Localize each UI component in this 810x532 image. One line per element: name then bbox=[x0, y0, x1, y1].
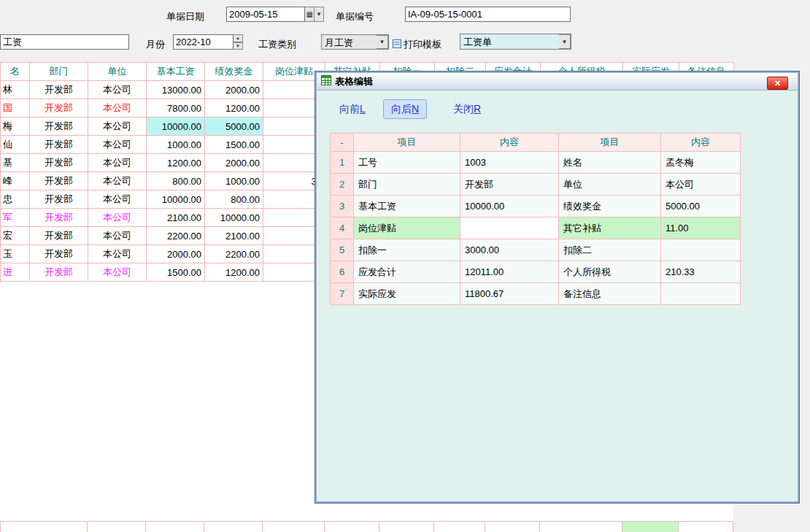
cell-dept[interactable]: 开发部 bbox=[30, 81, 88, 99]
cell-name[interactable]: 林 bbox=[1, 81, 30, 99]
cell-base-salary[interactable]: 10000.00 bbox=[147, 117, 205, 136]
cell-dept[interactable]: 开发部 bbox=[30, 209, 88, 227]
cell-bonus[interactable]: 800.00 bbox=[205, 190, 263, 209]
cell-name[interactable]: 峰 bbox=[1, 172, 30, 190]
summary-cell bbox=[204, 521, 263, 532]
salary-type-combo[interactable]: 月工资 ▼ bbox=[321, 34, 389, 50]
edit-cell-value[interactable] bbox=[661, 239, 741, 261]
salary-title-input[interactable] bbox=[0, 34, 129, 50]
cell-bonus[interactable]: 10000.00 bbox=[205, 209, 263, 227]
cell-unit[interactable]: 本公司 bbox=[88, 209, 147, 227]
doc-date-label: 单据日期 bbox=[166, 10, 204, 23]
print-template-dropdown-arrow-icon[interactable]: ▼ bbox=[559, 34, 571, 49]
cell-base-salary[interactable]: 1000.00 bbox=[147, 136, 205, 154]
cell-unit[interactable]: 本公司 bbox=[88, 227, 147, 245]
calendar-icon[interactable]: ▦ bbox=[305, 7, 315, 22]
spin-down-icon[interactable]: ▼ bbox=[234, 42, 243, 50]
edit-cell-value[interactable] bbox=[460, 217, 559, 239]
cell-name[interactable]: 仙 bbox=[1, 136, 30, 154]
cell-dept[interactable]: 开发部 bbox=[30, 227, 88, 245]
cell-unit[interactable]: 本公司 bbox=[88, 117, 147, 136]
edit-cell-value[interactable]: 1003 bbox=[460, 152, 559, 174]
edit-cell-item-label: 备注信息 bbox=[559, 283, 661, 305]
cell-bonus[interactable]: 1200.00 bbox=[205, 99, 263, 117]
doc-date-input[interactable] bbox=[226, 7, 305, 22]
edit-cell-value[interactable]: 孟冬梅 bbox=[661, 152, 741, 174]
summary-cell bbox=[263, 521, 325, 532]
spin-up-icon[interactable]: ▲ bbox=[234, 34, 243, 42]
cell-name[interactable]: 宏 bbox=[1, 227, 30, 245]
print-template-combo[interactable]: 工资单 ▼ bbox=[460, 34, 571, 50]
edit-cell-item-label: 部门 bbox=[354, 174, 460, 196]
cell-bonus[interactable]: 1500.00 bbox=[205, 136, 263, 154]
cell-unit[interactable]: 本公司 bbox=[88, 136, 147, 154]
cell-base-salary[interactable]: 2000.00 bbox=[147, 245, 205, 263]
summary-cell-highlighted bbox=[622, 521, 679, 532]
cell-name[interactable]: 忠 bbox=[1, 190, 30, 209]
edit-cell-value[interactable]: 开发部 bbox=[460, 174, 559, 196]
summary-cell bbox=[325, 521, 379, 532]
cell-dept[interactable]: 开发部 bbox=[30, 99, 88, 117]
close-button[interactable]: 关闭R bbox=[445, 99, 489, 119]
cell-dept[interactable]: 开发部 bbox=[30, 245, 88, 263]
edit-col-header-value-2: 内容 bbox=[661, 134, 741, 152]
edit-cell-value[interactable]: 210.33 bbox=[661, 261, 741, 283]
template-icon bbox=[393, 39, 401, 50]
salary-type-dropdown-arrow-icon[interactable]: ▼ bbox=[377, 35, 388, 49]
cell-bonus[interactable]: 2100.00 bbox=[205, 227, 263, 245]
cell-base-salary[interactable]: 13000.00 bbox=[147, 81, 205, 99]
edit-cell-value[interactable] bbox=[661, 283, 741, 305]
cell-bonus[interactable]: 1000.00 bbox=[205, 172, 263, 190]
cell-base-salary[interactable]: 10000.00 bbox=[147, 190, 205, 209]
cell-name[interactable]: 基 bbox=[1, 154, 30, 172]
backward-button[interactable]: 向后N bbox=[383, 99, 427, 119]
edit-cell-value[interactable]: 12011.00 bbox=[460, 261, 559, 283]
forward-button[interactable]: 向前L bbox=[331, 99, 374, 119]
cell-dept[interactable]: 开发部 bbox=[30, 154, 88, 172]
edit-cell-item-label: 扣除二 bbox=[559, 239, 661, 261]
doc-no-input[interactable] bbox=[405, 7, 571, 22]
cell-dept[interactable]: 开发部 bbox=[30, 172, 88, 190]
cell-unit[interactable]: 本公司 bbox=[88, 172, 147, 190]
cell-dept[interactable]: 开发部 bbox=[30, 263, 88, 282]
cell-base-salary[interactable]: 2200.00 bbox=[147, 227, 205, 245]
edit-grid-row: 4 岗位津贴 其它补贴 11.00 bbox=[331, 217, 741, 239]
edit-cell-value[interactable]: 11800.67 bbox=[460, 283, 559, 305]
cell-base-salary[interactable]: 1500.00 bbox=[147, 263, 205, 282]
dialog-titlebar[interactable]: 表格编辑 bbox=[317, 73, 798, 90]
edit-cell-value[interactable]: 3000.00 bbox=[460, 239, 559, 261]
cell-unit[interactable]: 本公司 bbox=[88, 81, 147, 99]
cell-base-salary[interactable]: 800.00 bbox=[147, 172, 205, 190]
cell-unit[interactable]: 本公司 bbox=[88, 190, 147, 209]
summary-cell bbox=[540, 521, 622, 532]
print-template-value: 工资单 bbox=[460, 34, 559, 49]
cell-bonus[interactable]: 2000.00 bbox=[205, 154, 263, 172]
edit-cell-value[interactable]: 10000.00 bbox=[460, 196, 559, 217]
cell-unit[interactable]: 本公司 bbox=[88, 245, 147, 263]
cell-name[interactable]: 国 bbox=[1, 99, 30, 117]
cell-unit[interactable]: 本公司 bbox=[88, 154, 147, 172]
cell-unit[interactable]: 本公司 bbox=[88, 99, 147, 117]
cell-name[interactable]: 玉 bbox=[1, 245, 30, 263]
forward-button-label: 向前 bbox=[339, 103, 360, 115]
cell-bonus[interactable]: 5000.00 bbox=[205, 117, 263, 136]
month-input[interactable] bbox=[173, 34, 234, 50]
dialog-close-button[interactable]: ✕ bbox=[767, 77, 788, 90]
cell-dept[interactable]: 开发部 bbox=[30, 190, 88, 209]
edit-cell-value[interactable]: 本公司 bbox=[661, 174, 741, 196]
doc-date-dropdown-arrow-icon[interactable]: ▼ bbox=[315, 7, 324, 22]
edit-cell-value[interactable]: 11.00 bbox=[661, 217, 741, 239]
cell-base-salary[interactable]: 2100.00 bbox=[147, 209, 205, 227]
cell-name[interactable]: 梅 bbox=[1, 117, 30, 136]
cell-bonus[interactable]: 2200.00 bbox=[205, 245, 263, 263]
edit-cell-value[interactable]: 5000.00 bbox=[661, 196, 741, 217]
cell-base-salary[interactable]: 7800.00 bbox=[147, 99, 205, 117]
cell-base-salary[interactable]: 1200.00 bbox=[147, 154, 205, 172]
cell-bonus[interactable]: 2000.00 bbox=[205, 81, 263, 99]
cell-unit[interactable]: 本公司 bbox=[88, 263, 147, 282]
cell-dept[interactable]: 开发部 bbox=[30, 136, 88, 154]
cell-name[interactable]: 进 bbox=[1, 263, 30, 282]
cell-bonus[interactable]: 1200.00 bbox=[205, 263, 263, 282]
cell-name[interactable]: 军 bbox=[1, 209, 30, 227]
cell-dept[interactable]: 开发部 bbox=[30, 117, 88, 136]
